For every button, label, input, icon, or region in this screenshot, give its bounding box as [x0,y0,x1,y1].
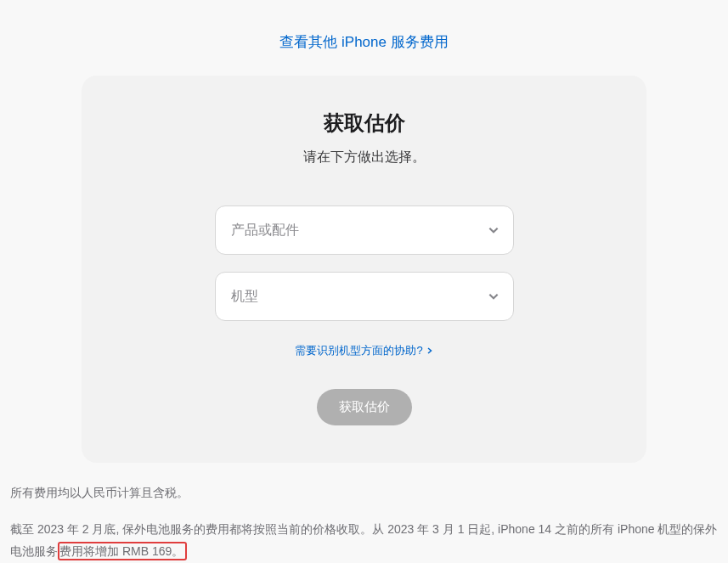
price-increase-highlight: 费用将增加 RMB 169。 [58,542,187,560]
top-link-container: 查看其他 iPhone 服务费用 [0,0,728,76]
help-link-label: 需要识别机型方面的协助? [295,343,422,358]
card-subtitle: 请在下方做出选择。 [116,149,612,166]
identify-model-help-link[interactable]: 需要识别机型方面的协助? [295,343,432,358]
model-select-wrapper: 机型 [215,272,514,321]
get-estimate-button[interactable]: 获取估价 [317,389,412,425]
other-service-fees-link[interactable]: 查看其他 iPhone 服务费用 [279,34,448,50]
button-container: 获取估价 [116,389,612,425]
footer-line-2: 截至 2023 年 2 月底, 保外电池服务的费用都将按照当前的价格收取。从 2… [10,518,718,563]
product-select[interactable]: 产品或配件 [215,205,514,255]
estimate-card: 获取估价 请在下方做出选择。 产品或配件 机型 需要识别机型方面的协助? 获取估… [82,76,646,463]
chevron-down-icon [488,224,499,236]
card-title: 获取估价 [116,110,612,137]
model-select-placeholder: 机型 [231,288,258,306]
footer-line-1: 所有费用均以人民币计算且含税。 [10,481,718,504]
chevron-down-icon [488,290,499,302]
chevron-right-icon [426,347,433,354]
footer-notes: 所有费用均以人民币计算且含税。 截至 2023 年 2 月底, 保外电池服务的费… [0,463,728,563]
model-select[interactable]: 机型 [215,272,514,321]
product-select-wrapper: 产品或配件 [215,205,514,255]
product-select-placeholder: 产品或配件 [231,222,299,239]
